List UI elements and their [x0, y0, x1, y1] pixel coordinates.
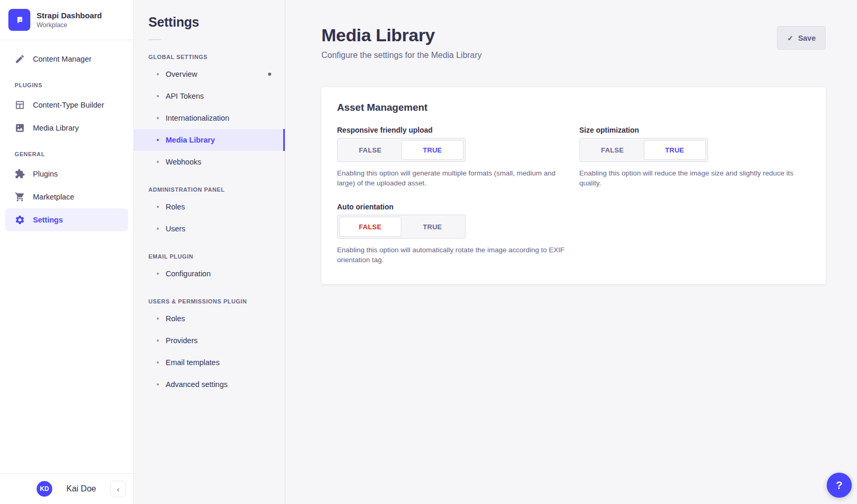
subnav-item-users[interactable]: Users — [134, 218, 285, 240]
subnav-item-media-library[interactable]: Media Library — [134, 129, 285, 151]
bullet-icon — [157, 139, 159, 141]
subnav-item-label: Media Library — [166, 136, 215, 144]
sidebar-section-plugins: PLUGINS — [0, 71, 133, 93]
bullet-icon — [157, 117, 159, 119]
page-title: Media Library — [321, 25, 482, 45]
avatar[interactable]: KD — [37, 481, 52, 497]
notification-dot — [268, 73, 271, 76]
user-row: KD Kai Doe ‹ — [0, 473, 133, 504]
check-icon: ✓ — [787, 34, 793, 42]
bullet-icon — [157, 273, 159, 275]
subnav-item-providers[interactable]: Providers — [134, 330, 285, 351]
subnav-item-advanced-settings[interactable]: Advanced settings — [134, 373, 285, 395]
sidebar-item-label: Content Manager — [33, 55, 91, 63]
toggle-option-false[interactable]: FALSE — [339, 217, 401, 237]
field-hint: Enabling this option will generate multi… — [337, 169, 566, 188]
bullet-icon — [157, 228, 159, 230]
field-size-optimization: Size optimizationFALSETRUEEnabling this … — [580, 126, 810, 188]
puzzle-icon — [15, 169, 25, 179]
sidebar-section-general: GENERAL — [0, 139, 133, 162]
subnav-sections: GLOBAL SETTINGSOverviewAPI TokensInterna… — [134, 54, 285, 395]
subnav-item-label: Webhooks — [166, 158, 201, 166]
sidebar-nav: Content ManagerPLUGINSContent-Type Build… — [0, 40, 133, 473]
sidebar-item-label: Content-Type Builder — [33, 101, 104, 109]
subnav-item-label: Internationalization — [166, 114, 229, 122]
subnav-item-label: Roles — [166, 203, 185, 211]
subnav-item-label: API Tokens — [166, 92, 204, 100]
sidebar-item-content-type-builder[interactable]: Content-Type Builder — [5, 93, 128, 116]
toggle-option-true[interactable]: TRUE — [644, 140, 706, 160]
main-sidebar: Strapi Dashboard Workplace Content Manag… — [0, 0, 134, 504]
sidebar-item-settings[interactable]: Settings — [5, 208, 128, 231]
image-icon — [15, 123, 25, 133]
field-label: Responsive friendly upload — [337, 126, 568, 134]
subnav-item-label: Roles — [166, 314, 185, 323]
toggle-auto-orientation: FALSETRUE — [337, 215, 466, 239]
subnav-item-configuration[interactable]: Configuration — [134, 263, 285, 285]
bullet-icon — [157, 361, 159, 364]
bullet-icon — [157, 383, 159, 385]
subnav-item-label: Providers — [166, 336, 198, 345]
sidebar-item-label: Marketplace — [33, 193, 74, 201]
toggle-option-true[interactable]: TRUE — [401, 140, 464, 160]
toggle-responsive-friendly-upload: FALSETRUE — [337, 138, 466, 162]
subnav-section-users-permissions-plugin: USERS & PERMISSIONS PLUGIN — [148, 298, 285, 304]
page-header-text: Media Library Configure the settings for… — [321, 25, 482, 60]
gear-icon — [15, 215, 25, 225]
field-responsive-friendly-upload: Responsive friendly uploadFALSETRUEEnabl… — [337, 126, 568, 188]
help-button[interactable]: ? — [827, 473, 852, 498]
subnav-item-label: Users — [166, 225, 186, 233]
sidebar-item-plugins[interactable]: Plugins — [5, 162, 128, 185]
toggle-option-false[interactable]: FALSE — [339, 140, 401, 160]
settings-subnav: Settings GLOBAL SETTINGSOverviewAPI Toke… — [134, 0, 285, 504]
bullet-icon — [157, 318, 159, 320]
sidebar-item-media-library[interactable]: Media Library — [5, 116, 128, 139]
subnav-item-roles[interactable]: Roles — [134, 196, 285, 218]
brand-title: Strapi Dashboard — [37, 11, 102, 21]
brand-text: Strapi Dashboard Workplace — [37, 11, 102, 29]
field-hint: Enabling this option will reduce the ima… — [580, 169, 808, 188]
brand[interactable]: Strapi Dashboard Workplace — [0, 0, 133, 40]
brand-subtitle: Workplace — [37, 21, 102, 29]
subnav-item-webhooks[interactable]: Webhooks — [134, 151, 285, 173]
subnav-item-api-tokens[interactable]: API Tokens — [134, 85, 285, 107]
subnav-item-label: Overview — [166, 70, 197, 78]
subnav-item-internationalization[interactable]: Internationalization — [134, 107, 285, 129]
toggle-size-optimization: FALSETRUE — [580, 138, 708, 162]
strapi-logo-icon — [8, 9, 30, 31]
bullet-icon — [157, 206, 159, 208]
save-button[interactable]: ✓ Save — [777, 26, 826, 50]
bullet-icon — [157, 73, 159, 75]
subnav-section-global-settings: GLOBAL SETTINGS — [148, 54, 285, 60]
bullet-icon — [157, 161, 159, 163]
sidebar-item-label: Media Library — [33, 124, 79, 132]
sidebar-item-marketplace[interactable]: Marketplace — [5, 185, 128, 208]
subnav-item-label: Advanced settings — [166, 380, 228, 389]
subnav-item-overview[interactable]: Overview — [134, 63, 285, 85]
bullet-icon — [157, 339, 159, 342]
feather-icon — [15, 54, 25, 64]
panel-title: Asset Management — [337, 102, 810, 113]
subnav-item-label: Configuration — [166, 269, 211, 278]
asset-management-panel: Asset Management Responsive friendly upl… — [321, 87, 826, 284]
field-auto-orientation: Auto orientationFALSETRUEEnabling this o… — [337, 203, 568, 265]
panel-fields: Responsive friendly uploadFALSETRUEEnabl… — [337, 126, 810, 265]
toggle-option-true[interactable]: TRUE — [401, 217, 464, 237]
collapse-sidebar-button[interactable]: ‹ — [110, 480, 126, 497]
subnav-item-roles[interactable]: Roles — [134, 308, 285, 330]
page-header: Media Library Configure the settings for… — [321, 0, 826, 60]
field-hint: Enabling this option will automatically … — [337, 245, 566, 265]
divider — [148, 39, 161, 40]
subnav-section-administration-panel: ADMINISTRATION PANEL — [148, 186, 285, 193]
field-label: Auto orientation — [337, 203, 568, 211]
bullet-icon — [157, 95, 159, 97]
field-label: Size optimization — [580, 126, 810, 134]
subnav-item-email-templates[interactable]: Email templates — [134, 351, 285, 373]
page-subtitle: Configure the settings for the Media Lib… — [321, 51, 482, 60]
subnav-item-label: Email templates — [166, 358, 219, 367]
sidebar-item-label: Plugins — [33, 170, 58, 178]
cart-icon — [15, 192, 25, 202]
toggle-option-false[interactable]: FALSE — [582, 140, 644, 160]
subnav-title: Settings — [148, 15, 285, 30]
sidebar-item-content-manager[interactable]: Content Manager — [5, 48, 128, 71]
